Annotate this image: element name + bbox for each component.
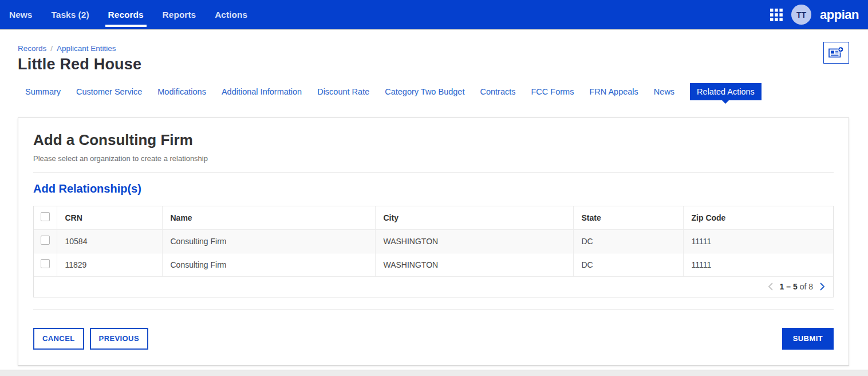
nav-right-cluster: TT appian [770,0,859,29]
previous-button[interactable]: PREVIOUS [90,328,148,350]
nav-item-news[interactable]: News [9,0,33,29]
news-plus-icon [828,46,844,60]
cell-name: Consulting Firm [162,229,375,253]
section-title: Add Relationship(s) [33,182,834,195]
column-header-state[interactable]: State [573,206,683,229]
tab-fcc-forms[interactable]: FCC Forms [531,87,574,96]
cell-zip-code: 11111 [683,253,833,276]
app-grid-icon[interactable] [770,9,783,21]
tab-frn-appeals[interactable]: FRN Appeals [589,87,638,96]
tab-summary[interactable]: Summary [25,87,61,96]
pagination-text: 1 – 5 of 8 [780,282,813,291]
record-tab-bar: SummaryCustomer ServiceModificationsAddi… [0,82,868,101]
appian-logo: appian [820,7,859,22]
form-title: Add a Consulting Firm [33,131,834,149]
cell-city: WASHINGTON [375,229,573,253]
page-header: Records/Applicant Entities Little Red Ho… [0,30,868,73]
breadcrumb-link-applicant-entities[interactable]: Applicant Entities [57,44,116,53]
table-body: 10584Consulting FirmWASHINGTONDC11111118… [34,229,833,276]
tab-discount-rate[interactable]: Discount Rate [317,87,369,96]
form-subtitle: Please select an organization to create … [33,154,834,163]
column-header-name[interactable]: Name [162,206,375,229]
tab-contracts[interactable]: Contracts [480,87,515,96]
tab-customer-service[interactable]: Customer Service [76,87,142,96]
tab-related-actions[interactable]: Related Actions [690,83,762,100]
cell-crn: 11829 [57,253,162,276]
nav-item-actions[interactable]: Actions [215,0,247,29]
header-divider [33,172,834,173]
cell-state: DC [573,229,683,253]
pagination-of: of 8 [800,282,813,291]
nav-item-records[interactable]: Records [108,0,144,29]
breadcrumb: Records/Applicant Entities [18,44,849,53]
tab-category-two-budget[interactable]: Category Two Budget [385,87,464,96]
cell-state: DC [573,253,683,276]
follow-record-button[interactable] [823,42,849,64]
main-nav-items: NewsTasks (2)RecordsReportsActions [9,0,266,29]
select-all-checkbox[interactable] [41,212,50,221]
page-title: Little Red House [18,56,849,73]
breadcrumb-separator: / [50,44,53,53]
submit-button[interactable]: SUBMIT [782,328,834,350]
column-header-city[interactable]: City [375,206,573,229]
cancel-button[interactable]: CANCEL [33,328,84,350]
cell-city: WASHINGTON [375,253,573,276]
cell-zip-code: 11111 [683,229,833,253]
footer-divider [33,310,834,310]
form-card: Add a Consulting Firm Please select an o… [18,117,849,366]
table-row: 10584Consulting FirmWASHINGTONDC11111 [34,229,833,253]
pagination-range: 1 – 5 [780,282,798,291]
tab-news[interactable]: News [654,87,674,96]
nav-item-reports[interactable]: Reports [163,0,196,29]
page-bottom-strip [0,370,868,376]
table-header-row: CRNNameCityStateZip Code [34,206,833,229]
column-header-zip-code[interactable]: Zip Code [683,206,833,229]
grid-pagination: 1 – 5 of 8 [34,277,833,297]
nav-item-tasks-2[interactable]: Tasks (2) [52,0,89,29]
user-avatar[interactable]: TT [791,5,811,25]
top-navigation-bar: NewsTasks (2)RecordsReportsActions TT ap… [0,0,868,30]
next-page-icon[interactable] [820,283,825,291]
button-row: CANCEL PREVIOUS SUBMIT [33,328,834,350]
table-row: 11829Consulting FirmWASHINGTONDC11111 [34,253,833,276]
cell-crn: 10584 [57,229,162,253]
row-checkbox[interactable] [41,259,50,268]
cell-name: Consulting Firm [162,253,375,276]
row-checkbox[interactable] [41,236,50,245]
tab-modifications[interactable]: Modifications [157,87,206,96]
previous-page-icon[interactable] [768,283,773,291]
tab-additional-information[interactable]: Additional Information [222,87,302,96]
breadcrumb-link-records[interactable]: Records [18,44,46,53]
relationship-grid: CRNNameCityStateZip Code 10584Consulting… [33,206,834,297]
column-header-crn[interactable]: CRN [57,206,162,229]
